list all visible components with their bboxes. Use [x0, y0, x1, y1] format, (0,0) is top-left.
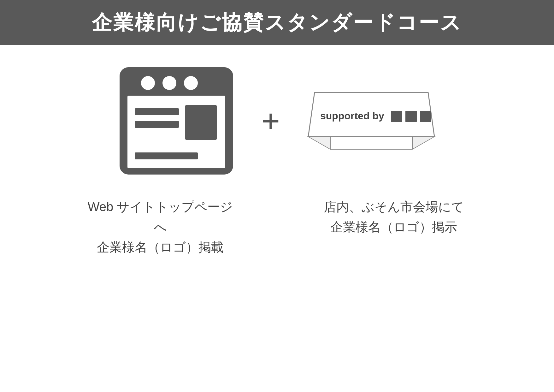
- browser-icon-section: [116, 64, 236, 178]
- nameplate-icon-section: supported by: [305, 86, 438, 156]
- caption-right-line1: 店内、ぶそん市会場にて: [324, 200, 464, 214]
- svg-rect-14: [391, 111, 402, 122]
- svg-point-1: [141, 76, 155, 90]
- caption-left: Web サイトトップページへ 企業様名（ロゴ）掲載: [85, 197, 236, 257]
- nameplate-container: supported by: [305, 86, 438, 156]
- caption-right: 店内、ぶそん市会場にて 企業様名（ロゴ）掲示: [318, 197, 469, 237]
- svg-rect-6: [135, 121, 179, 128]
- svg-point-2: [162, 76, 176, 90]
- svg-point-3: [184, 76, 198, 90]
- svg-marker-10: [308, 137, 330, 149]
- svg-rect-15: [405, 111, 417, 122]
- svg-rect-7: [135, 152, 198, 159]
- caption-right-line2: 企業様名（ロゴ）掲示: [330, 220, 457, 234]
- main-content: + supported by: [0, 45, 554, 270]
- svg-rect-16: [420, 111, 431, 122]
- plus-sign: +: [262, 105, 280, 137]
- svg-marker-11: [412, 137, 434, 149]
- caption-left-line1: Web サイトトップページへ: [88, 200, 233, 234]
- svg-rect-5: [135, 108, 179, 115]
- page-title: 企業様向けご協賛スタンダードコース: [92, 9, 462, 36]
- header: 企業様向けご協賛スタンダードコース: [0, 0, 554, 45]
- browser-window-icon: [116, 64, 236, 178]
- caption-left-line2: 企業様名（ロゴ）掲載: [97, 240, 224, 254]
- svg-text:supported by: supported by: [320, 110, 384, 122]
- caption-row: Web サイトトップページへ 企業様名（ロゴ）掲載 店内、ぶそん市会場にて 企業…: [13, 197, 541, 257]
- icons-row: + supported by: [116, 64, 438, 178]
- svg-rect-8: [185, 105, 217, 140]
- nameplate-icon: supported by: [305, 86, 438, 156]
